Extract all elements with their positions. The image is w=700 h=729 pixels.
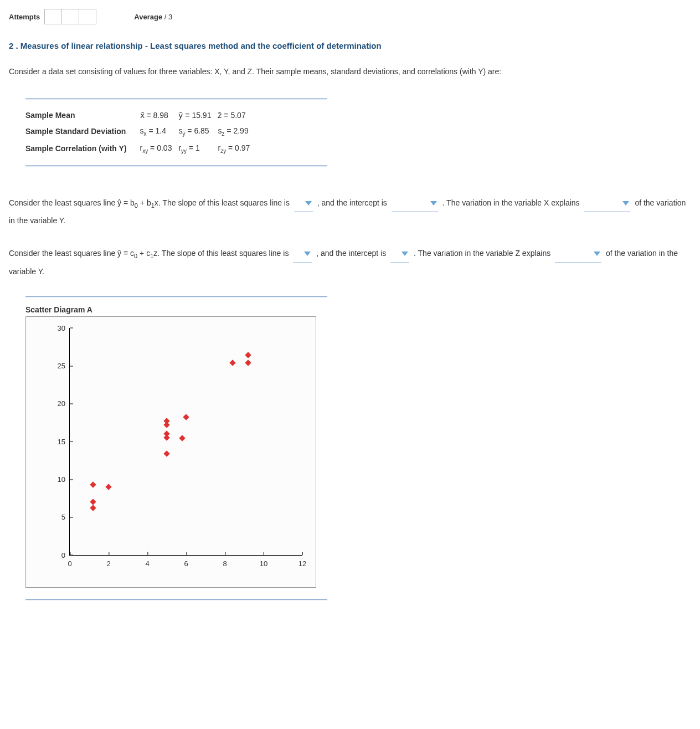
dropdown-b0-intercept[interactable] (392, 194, 438, 213)
attempts-label: Attempts (9, 13, 40, 21)
data-point (229, 360, 235, 366)
data-point (179, 435, 185, 441)
mean-z: z̄ = 5.07 (218, 107, 256, 123)
chevron-down-icon (304, 251, 311, 256)
scatter-divider-top (25, 296, 327, 297)
data-point (163, 450, 169, 456)
dropdown-x-explains[interactable] (584, 194, 630, 213)
x-tick: 8 (223, 555, 227, 568)
data-point (90, 499, 96, 505)
sd-y: sy = 6.85 (178, 123, 218, 140)
question-title: 2 . Measures of linear relationship - Le… (9, 41, 691, 50)
intro-text: Consider a data set consisting of values… (9, 67, 691, 76)
mean-y: ȳ = 15.91 (178, 107, 218, 123)
stats-table: Sample Mean x̄ = 8.98 ȳ = 15.91 z̄ = 5.… (25, 107, 256, 157)
row-mean: Sample Mean x̄ = 8.98 ȳ = 15.91 z̄ = 5.… (25, 107, 256, 123)
plot-area: 051015202530024681012 (69, 328, 302, 556)
r-yy: ryy = 1 (178, 140, 218, 157)
y-tick: 5 (61, 513, 70, 521)
scatter-divider-bottom (25, 599, 327, 600)
divider-top (25, 98, 327, 100)
chevron-down-icon (305, 201, 312, 206)
chevron-down-icon (622, 201, 629, 206)
chevron-down-icon (402, 251, 408, 256)
chart-frame: 051015202530024681012 (25, 316, 316, 588)
attempt-box-2[interactable] (62, 9, 79, 24)
data-point (90, 505, 96, 511)
data-point (245, 352, 251, 358)
x-tick: 4 (145, 555, 149, 568)
row-corr: Sample Correlation (with Y) rxy = 0.03 r… (25, 140, 256, 157)
y-tick: 30 (58, 324, 70, 332)
x-tick: 6 (184, 555, 188, 568)
scatter-title: Scatter Diagram A (25, 305, 327, 314)
x-tick: 0 (68, 555, 71, 568)
attempt-box-1[interactable] (45, 9, 62, 24)
row-sd: Sample Standard Deviation sx = 1.4 sy = … (25, 123, 256, 140)
data-point (105, 484, 111, 490)
sd-z: sz = 2.99 (218, 123, 256, 140)
row-mean-label: Sample Mean (25, 107, 140, 123)
data-point (90, 481, 96, 487)
dropdown-z-explains[interactable] (555, 245, 601, 263)
attempt-box-3[interactable] (79, 9, 96, 24)
chevron-down-icon (594, 251, 600, 256)
dropdown-b1-slope[interactable] (294, 194, 313, 213)
row-sd-label: Sample Standard Deviation (25, 123, 140, 140)
x-tick: 12 (298, 555, 306, 568)
dropdown-c1-slope[interactable] (293, 245, 312, 263)
paragraph-1: Consider the least squares line ŷ = b0 +… (9, 194, 691, 230)
y-tick: 20 (58, 399, 70, 408)
r-xy: rxy = 0.03 (140, 140, 179, 157)
x-tick: 2 (106, 555, 110, 568)
average-label: Average / 3 (134, 13, 172, 21)
y-tick: 10 (58, 475, 70, 484)
data-point (245, 360, 251, 366)
x-tick: 10 (260, 555, 267, 568)
data-point (163, 434, 169, 440)
data-point (183, 414, 189, 420)
r-zy: rzy = 0.97 (218, 140, 256, 157)
dropdown-c0-intercept[interactable] (390, 245, 409, 263)
paragraph-2: Consider the least squares line ŷ = c0 +… (9, 245, 691, 280)
attempts-row: Attempts Average / 3 (9, 9, 691, 24)
y-tick: 15 (58, 437, 70, 445)
row-corr-label: Sample Correlation (with Y) (25, 140, 140, 157)
stats-block: Sample Mean x̄ = 8.98 ȳ = 15.91 z̄ = 5.… (25, 98, 327, 167)
attempt-boxes (44, 9, 96, 24)
sd-x: sx = 1.4 (140, 123, 179, 140)
divider-bottom (25, 165, 327, 167)
scatter-section: Scatter Diagram A 051015202530024681012 (25, 296, 327, 600)
y-tick: 25 (58, 362, 70, 370)
chevron-down-icon (430, 201, 437, 206)
mean-x: x̄ = 8.98 (140, 107, 179, 123)
